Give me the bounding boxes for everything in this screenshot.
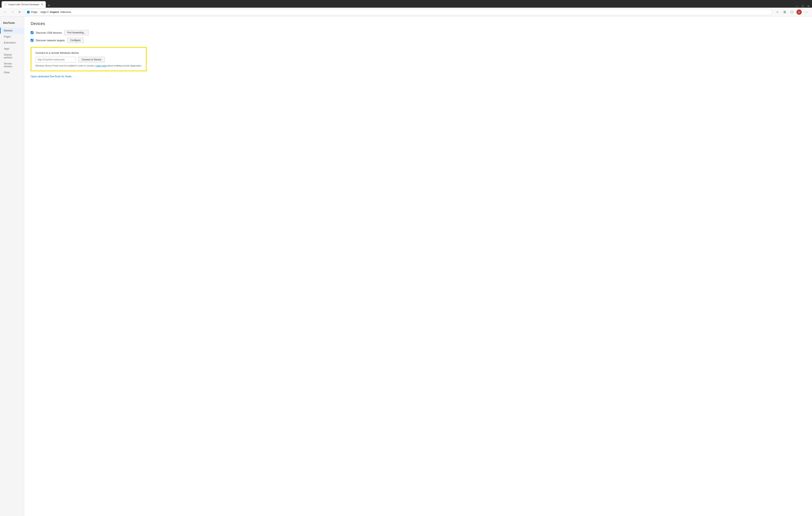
- edge-logo-icon: [27, 10, 30, 14]
- sidebar-item-devices[interactable]: Devices: [0, 28, 24, 34]
- sidebar-item-label: Extensions: [4, 41, 16, 44]
- sidebar-item-label: Shared workers: [4, 53, 12, 59]
- address-suffix: /#devices: [60, 10, 71, 13]
- minimize-button[interactable]: —: [795, 5, 799, 8]
- page-content: Devices Discover USB devices Port forwar…: [24, 17, 812, 516]
- discover-network-checkbox[interactable]: [31, 39, 33, 42]
- connect-to-device-button[interactable]: Connect to Device: [78, 57, 105, 62]
- toolbar-right: ☆ ⊞ ⬡ U ···: [774, 9, 810, 15]
- sidebar-item-label: Service workers: [4, 62, 12, 68]
- connect-row: Connect to Device: [35, 57, 142, 62]
- sidebar-item-label: Apps: [4, 47, 9, 50]
- wallet-button[interactable]: ⬡: [789, 9, 795, 15]
- tab-close-button[interactable]: ✕: [41, 3, 43, 6]
- star-button[interactable]: ☆: [774, 9, 781, 15]
- sidebar-item-label: Pages: [4, 35, 11, 38]
- tab-title: Inspect with Chrome Developer: [8, 3, 39, 6]
- sidebar-item-pages[interactable]: Pages: [0, 34, 24, 40]
- learn-more-link[interactable]: Learn more: [95, 64, 107, 67]
- window-controls: — ☐ ✕: [795, 5, 810, 8]
- address-inspect: inspect: [50, 10, 59, 13]
- devtools-title: DevTools: [0, 20, 24, 28]
- edge-label: Edge: [31, 10, 37, 13]
- port-forwarding-button[interactable]: Port forwarding...: [64, 30, 89, 35]
- configure-button[interactable]: Configure: [67, 38, 84, 43]
- discover-network-label: Discover network targets: [36, 39, 65, 42]
- discover-network-row: Discover network targets Configure: [31, 38, 806, 43]
- sidebar-item-apps[interactable]: Apps: [0, 46, 24, 52]
- avatar: U: [796, 9, 802, 15]
- profile-button[interactable]: U: [796, 9, 802, 15]
- sidebar-item-extensions[interactable]: Extensions: [0, 40, 24, 46]
- devtools-sidebar: DevTools Devices Pages Extensions Apps S…: [0, 17, 24, 516]
- tab-favicon: [4, 3, 7, 6]
- more-button[interactable]: ···: [803, 9, 810, 15]
- back-button[interactable]: ←: [2, 9, 8, 15]
- connect-info-suffix: about enabling remote diagnostics.: [108, 64, 142, 67]
- sidebar-item-shared-workers[interactable]: Shared workers: [0, 52, 24, 61]
- node-devtools-row: Open dedicated DevTools for Node: [31, 74, 806, 78]
- collections-button[interactable]: ⊞: [781, 9, 788, 15]
- refresh-button[interactable]: ↻: [17, 9, 23, 15]
- connect-info-main: Windows Device Portal must be enabled in…: [35, 64, 95, 67]
- active-tab[interactable]: Inspect with Chrome Developer ✕: [2, 1, 46, 8]
- connect-highlight-box: Connect to a remote Windows device Conne…: [31, 47, 147, 71]
- sidebar-item-other[interactable]: Other: [0, 69, 24, 75]
- sidebar-item-service-workers[interactable]: Service workers: [0, 61, 24, 69]
- close-button[interactable]: ✕: [806, 5, 810, 8]
- tab-bar: Inspect with Chrome Developer ✕ + — ☐ ✕: [0, 0, 812, 8]
- main-content: DevTools Devices Pages Extensions Apps S…: [0, 17, 812, 516]
- address-prefix: edge://: [40, 10, 49, 13]
- open-node-devtools-link[interactable]: Open dedicated DevTools for Node: [31, 75, 71, 78]
- address-bar[interactable]: Edge | edge://inspect/#devices: [24, 9, 773, 15]
- discover-usb-checkbox[interactable]: [31, 31, 33, 34]
- toolbar: ← → ↻ Edge | edge://inspect/#devices ☆ ⊞…: [0, 8, 812, 17]
- maximize-button[interactable]: ☐: [801, 5, 805, 8]
- discover-usb-label: Discover USB devices: [36, 31, 62, 34]
- discover-usb-row: Discover USB devices Port forwarding...: [31, 30, 806, 35]
- new-tab-button[interactable]: +: [47, 3, 51, 8]
- connect-info-text: Windows Device Portal must be enabled in…: [35, 64, 142, 67]
- connect-input[interactable]: [35, 57, 76, 62]
- address-divider: |: [38, 10, 39, 14]
- sidebar-item-label: Other: [4, 71, 10, 74]
- connect-section-title: Connect to a remote Windows device: [35, 51, 142, 54]
- page-title: Devices: [31, 21, 806, 26]
- sidebar-item-label: Devices: [4, 29, 12, 32]
- forward-button[interactable]: →: [10, 9, 15, 15]
